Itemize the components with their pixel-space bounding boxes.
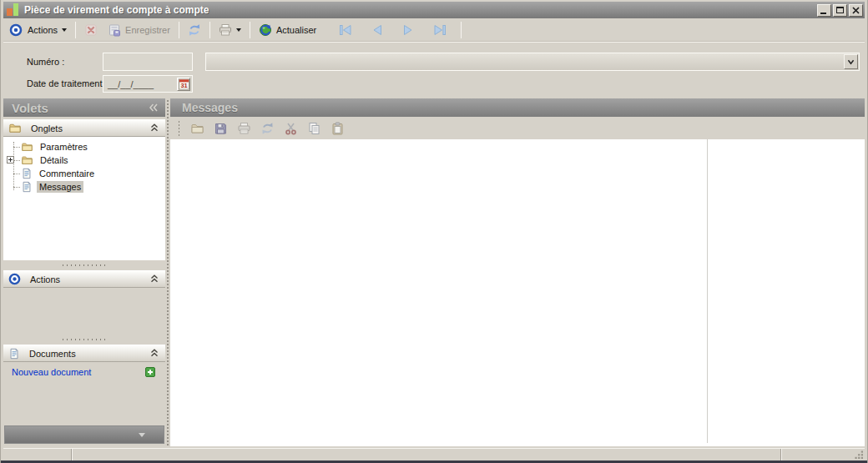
save-button[interactable] xyxy=(214,122,228,135)
delete-icon xyxy=(84,23,98,37)
chevron-double-up-icon xyxy=(150,274,159,283)
open-folder-icon xyxy=(190,122,204,135)
actions-section-header[interactable]: Actions xyxy=(3,270,165,288)
sidebar-splitter[interactable] xyxy=(3,335,165,345)
collapse-section-button[interactable] xyxy=(150,123,159,133)
chevron-double-up-icon xyxy=(150,349,159,357)
tree-item-label: Commentaire xyxy=(37,168,97,179)
toolbar-separator xyxy=(75,22,76,38)
panel-options-bar[interactable] xyxy=(4,425,164,444)
title-bar: Pièce de virement de compte à compte xyxy=(3,2,865,18)
floppy-save-icon xyxy=(214,122,228,135)
plus-icon xyxy=(145,367,155,377)
copy-button[interactable] xyxy=(307,122,321,135)
actions-section-body xyxy=(3,288,165,335)
chevron-down-icon xyxy=(847,59,855,65)
svg-text:31: 31 xyxy=(180,82,187,89)
collapse-section-button[interactable] xyxy=(150,349,159,359)
sync-button[interactable] xyxy=(260,122,275,135)
documents-section-header[interactable]: Documents xyxy=(3,345,165,362)
combobox-dropdown-button[interactable] xyxy=(844,54,858,69)
status-cell-left xyxy=(3,449,72,460)
cut-button[interactable] xyxy=(284,122,298,135)
first-record-button[interactable] xyxy=(333,21,358,39)
maximize-button[interactable] xyxy=(833,4,847,17)
scissors-icon xyxy=(284,122,298,135)
documents-section-body: Nouveau document xyxy=(3,362,165,382)
calendar-picker-button[interactable]: 31 xyxy=(177,78,190,91)
numero-input[interactable] xyxy=(103,53,193,71)
sidebar-header: Volets xyxy=(3,98,165,117)
tree-item-messages[interactable]: Messages xyxy=(3,180,165,194)
new-document-link[interactable]: Nouveau document xyxy=(12,367,91,377)
actions-menu-button[interactable]: Actions xyxy=(23,22,72,38)
chevron-double-left-icon xyxy=(149,103,159,112)
volets-sidebar: Volets Onglets xyxy=(3,98,165,446)
content-column-divider xyxy=(707,139,708,443)
add-document-button[interactable] xyxy=(145,367,155,377)
previous-record-button[interactable] xyxy=(366,21,389,39)
sync-icon xyxy=(260,122,275,135)
date-traitement-label: Date de traitement : xyxy=(27,78,108,88)
date-mask-value: __/__/____ xyxy=(108,79,154,89)
paste-clipboard-icon xyxy=(331,122,345,135)
application-window: Pièce de virement de compte à compte Act… xyxy=(0,0,868,463)
onglets-section-header[interactable]: Onglets xyxy=(3,119,165,137)
chevron-down-icon xyxy=(62,28,67,32)
minimize-button[interactable] xyxy=(817,4,831,17)
actions-menu-label: Actions xyxy=(28,25,58,35)
main-toolbar: Actions Enregistrer Actualiser xyxy=(3,18,865,42)
last-record-button[interactable] xyxy=(427,21,452,39)
tree-item-commentaire[interactable]: Commentaire xyxy=(3,167,165,180)
minimize-icon xyxy=(820,13,826,14)
messages-panel-title: Messages xyxy=(182,101,238,114)
save-button-label: Enregistrer xyxy=(125,25,170,35)
status-bar xyxy=(3,448,865,460)
last-record-icon xyxy=(432,24,447,36)
sidebar-collapse-button[interactable] xyxy=(149,103,159,112)
tree-item-label: Paramètres xyxy=(38,141,90,153)
splitter-grip[interactable] xyxy=(61,338,108,342)
window-body: Volets Onglets xyxy=(3,98,865,446)
refresh-button-label: Actualiser xyxy=(276,25,316,35)
toolbar-drag-grip[interactable] xyxy=(178,120,180,137)
refresh-button[interactable]: Actualiser xyxy=(254,20,321,40)
delete-button[interactable] xyxy=(79,20,103,40)
resize-grip[interactable] xyxy=(855,450,864,460)
messages-toolbar xyxy=(170,117,865,139)
document-icon xyxy=(21,181,33,193)
splitter-grip[interactable] xyxy=(61,264,108,268)
description-combobox[interactable] xyxy=(205,53,860,71)
document-icon xyxy=(21,168,33,179)
sidebar-title: Volets xyxy=(12,101,48,115)
sidebar-splitter[interactable] xyxy=(3,260,165,270)
paste-button[interactable] xyxy=(331,122,345,135)
sidebar-filler xyxy=(3,382,165,425)
numero-label: Numéro : xyxy=(27,57,64,67)
print-button[interactable] xyxy=(237,122,251,135)
printer-icon xyxy=(237,122,251,135)
next-record-button[interactable] xyxy=(396,21,420,39)
actions-target-icon xyxy=(8,273,21,285)
tree-item-details[interactable]: Détails xyxy=(3,153,165,167)
save-button[interactable]: Enregistrer xyxy=(103,20,175,40)
close-icon xyxy=(852,7,860,14)
print-button[interactable] xyxy=(214,20,246,40)
date-input[interactable]: __/__/____ 31 xyxy=(103,75,193,93)
save-icon xyxy=(108,23,121,37)
resize-grip-icon xyxy=(855,450,864,460)
close-button[interactable] xyxy=(849,4,863,17)
sync-button[interactable] xyxy=(183,20,206,40)
expand-plus-button[interactable] xyxy=(7,156,14,164)
tree-item-parametres[interactable]: Paramètres xyxy=(3,140,165,153)
open-button[interactable] xyxy=(190,122,204,135)
collapse-section-button[interactable] xyxy=(150,274,159,284)
sync-icon xyxy=(188,23,201,37)
copy-icon xyxy=(307,122,321,135)
document-icon xyxy=(8,348,20,360)
record-navigation xyxy=(333,21,452,39)
folder-icon xyxy=(21,141,33,153)
app-icon xyxy=(7,3,19,17)
calendar-icon: 31 xyxy=(179,78,189,90)
toolbar-separator xyxy=(461,22,462,38)
